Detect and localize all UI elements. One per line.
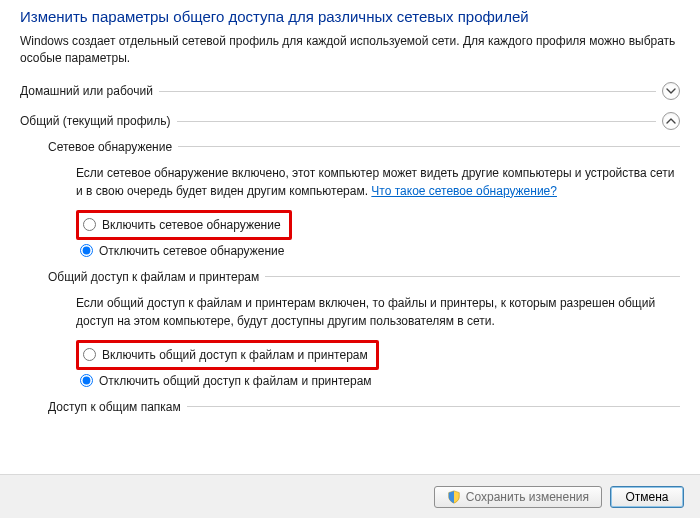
radio-fileshare-on[interactable]: Включить общий доступ к файлам и принтер… — [79, 346, 372, 364]
rule — [187, 406, 680, 407]
subsection-network-discovery: Сетевое обнаружение Если сетевое обнаруж… — [48, 140, 680, 260]
rule — [265, 276, 680, 277]
save-button[interactable]: Сохранить изменения — [434, 486, 602, 508]
radio-fileshare-off-label: Отключить общий доступ к файлам и принте… — [99, 372, 372, 390]
highlight-discovery-on: Включить сетевое обнаружение — [76, 210, 292, 240]
discovery-title: Сетевое обнаружение — [48, 140, 172, 154]
radio-discovery-on[interactable]: Включить сетевое обнаружение — [79, 216, 285, 234]
rule — [177, 121, 656, 122]
section-public-label: Общий (текущий профиль) — [20, 114, 171, 128]
radio-discovery-on-label: Включить сетевое обнаружение — [102, 216, 281, 234]
page-title: Изменить параметры общего доступа для ра… — [20, 8, 680, 25]
radio-fileshare-on-input[interactable] — [83, 348, 96, 361]
discovery-desc: Если сетевое обнаружение включено, этот … — [76, 164, 680, 200]
radio-discovery-on-input[interactable] — [83, 218, 96, 231]
section-public-header[interactable]: Общий (текущий профиль) — [20, 112, 680, 130]
save-button-label: Сохранить изменения — [466, 490, 589, 504]
publicfolders-title: Доступ к общим папкам — [48, 400, 181, 414]
cancel-button[interactable]: Отмена — [610, 486, 684, 508]
discovery-help-link[interactable]: Что такое сетевое обнаружение? — [371, 184, 557, 198]
rule — [178, 146, 680, 147]
highlight-fileshare-on: Включить общий доступ к файлам и принтер… — [76, 340, 379, 370]
radio-fileshare-on-label: Включить общий доступ к файлам и принтер… — [102, 346, 368, 364]
footer-bar: Сохранить изменения Отмена — [0, 474, 700, 518]
rule — [159, 91, 656, 92]
subsection-public-folders: Доступ к общим папкам — [48, 400, 680, 414]
radio-discovery-off-label: Отключить сетевое обнаружение — [99, 242, 284, 260]
section-home-header[interactable]: Домашний или рабочий — [20, 82, 680, 100]
intro-text: Windows создает отдельный сетевой профил… — [20, 33, 680, 68]
radio-discovery-off[interactable]: Отключить сетевое обнаружение — [76, 242, 680, 260]
fileshare-title: Общий доступ к файлам и принтерам — [48, 270, 259, 284]
radio-discovery-off-input[interactable] — [80, 244, 93, 257]
cancel-button-label: Отмена — [625, 490, 668, 504]
fileshare-desc: Если общий доступ к файлам и принтерам в… — [76, 294, 680, 330]
subsection-file-sharing: Общий доступ к файлам и принтерам Если о… — [48, 270, 680, 390]
shield-icon — [447, 490, 461, 504]
section-home-label: Домашний или рабочий — [20, 84, 153, 98]
chevron-up-icon[interactable] — [662, 112, 680, 130]
radio-fileshare-off-input[interactable] — [80, 374, 93, 387]
chevron-down-icon[interactable] — [662, 82, 680, 100]
radio-fileshare-off[interactable]: Отключить общий доступ к файлам и принте… — [76, 372, 680, 390]
